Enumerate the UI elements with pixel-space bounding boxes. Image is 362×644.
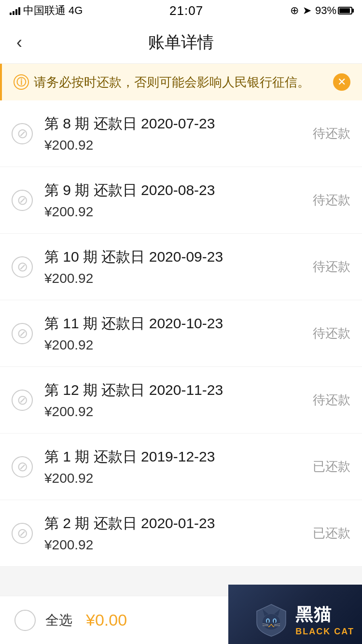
black-cat-background: 黑猫 BLACK CAT [228,585,362,644]
item-title: 第 1 期 还款日 2019-12-23 [44,447,313,467]
navigation-icon: ➤ [303,4,311,17]
svg-point-5 [267,619,269,623]
nav-bar: ‹ 账单详情 [0,21,362,64]
back-icon: ‹ [16,32,22,52]
location-icon: ⊕ [290,4,299,17]
item-status: 已还款 [313,525,350,542]
item-content: 第 9 期 还款日 2020-08-23 ¥200.92 [44,181,313,220]
item-amount: ¥200.92 [44,471,313,486]
item-icon: ⊘ [12,190,33,211]
item-title: 第 2 期 还款日 2020-01-23 [44,514,313,533]
cat-icon [252,601,291,639]
item-title: 第 12 期 还款日 2020-11-23 [44,380,313,400]
page-title: 账单详情 [148,31,214,54]
warning-icon: ⓘ [14,74,29,90]
list-item: ⊘ 第 11 期 还款日 2020-10-23 ¥200.92 待还款 [0,300,362,367]
item-title: 第 11 期 还款日 2020-10-23 [44,314,313,334]
item-amount: ¥200.92 [44,404,313,420]
item-content: 第 1 期 还款日 2019-12-23 ¥200.92 [44,447,313,486]
item-amount: ¥200.92 [44,138,313,153]
item-status: 待还款 [313,192,350,209]
total-amount: ¥0.00 [86,611,127,630]
black-cat-text: 黑猫 BLACK CAT [295,603,354,637]
item-content: 第 12 期 还款日 2020-11-23 ¥200.92 [44,380,313,420]
item-status: 待还款 [313,258,350,275]
item-amount: ¥200.92 [44,204,313,220]
warning-close-button[interactable]: ✕ [333,73,350,91]
item-content: 第 2 期 还款日 2020-01-23 ¥200.92 [44,514,313,553]
item-status: 待还款 [313,125,350,142]
battery-indicator: 93% [315,4,352,17]
warning-content: ⓘ 请务必按时还款，否则可能会影响人民银行征信。 [14,74,310,91]
item-icon: ⊘ [12,456,33,477]
network-label: 4G [69,4,83,17]
item-title: 第 10 期 还款日 2020-09-23 [44,247,313,267]
chinese-name: 黑猫 [295,603,332,627]
status-right: ⊕ ➤ 93% [290,4,352,17]
list-item: ⊘ 第 2 期 还款日 2020-01-23 ¥200.92 已还款 [0,500,362,567]
black-cat-watermark: 黑猫 BLACK CAT [228,585,362,644]
item-icon: ⊘ [12,523,33,544]
item-amount: ¥200.92 [44,271,313,286]
item-status: 待还款 [313,325,350,342]
status-bar: 中国联通 4G 21:07 ⊕ ➤ 93% [0,0,362,21]
item-content: 第 11 期 还款日 2020-10-23 ¥200.92 [44,314,313,353]
item-title: 第 8 期 还款日 2020-07-23 [44,114,313,134]
item-status: 已还款 [313,458,350,475]
item-icon: ⊘ [12,390,33,411]
item-icon: ⊘ [12,256,33,278]
cat-logo-area: 黑猫 BLACK CAT [252,601,354,639]
warning-banner: ⓘ 请务必按时还款，否则可能会影响人民银行征信。 ✕ [0,64,362,100]
item-content: 第 10 期 还款日 2020-09-23 ¥200.92 [44,247,313,286]
item-amount: ¥200.92 [44,537,313,553]
bill-list: ⊘ 第 8 期 还款日 2020-07-23 ¥200.92 待还款 ⊘ 第 9… [0,100,362,567]
status-time: 21:07 [169,3,203,18]
item-icon: ⊘ [12,323,33,344]
list-item: ⊘ 第 12 期 还款日 2020-11-23 ¥200.92 待还款 [0,367,362,434]
select-all-label: 全选 [45,611,72,630]
list-item: ⊘ 第 10 期 还款日 2020-09-23 ¥200.92 待还款 [0,234,362,300]
english-name: BLACK CAT [295,627,354,637]
item-amount: ¥200.92 [44,337,313,353]
svg-point-6 [274,619,276,623]
signal-icon [10,6,20,15]
item-content: 第 8 期 还款日 2020-07-23 ¥200.92 [44,114,313,153]
item-title: 第 9 期 还款日 2020-08-23 [44,181,313,200]
status-left: 中国联通 4G [10,3,83,18]
svg-point-0 [263,614,280,630]
back-button[interactable]: ‹ [12,28,27,57]
warning-text: 请务必按时还款，否则可能会影响人民银行征信。 [34,74,310,91]
list-item: ⊘ 第 8 期 还款日 2020-07-23 ¥200.92 待还款 [0,100,362,167]
battery-icon [338,7,352,14]
item-icon: ⊘ [12,123,33,144]
list-item: ⊘ 第 1 期 还款日 2019-12-23 ¥200.92 已还款 [0,434,362,500]
select-all-checkbox[interactable] [14,610,36,631]
carrier-label: 中国联通 [23,3,66,18]
battery-percent: 93% [315,4,336,17]
list-item: ⊘ 第 9 期 还款日 2020-08-23 ¥200.92 待还款 [0,167,362,234]
item-status: 待还款 [313,392,350,408]
